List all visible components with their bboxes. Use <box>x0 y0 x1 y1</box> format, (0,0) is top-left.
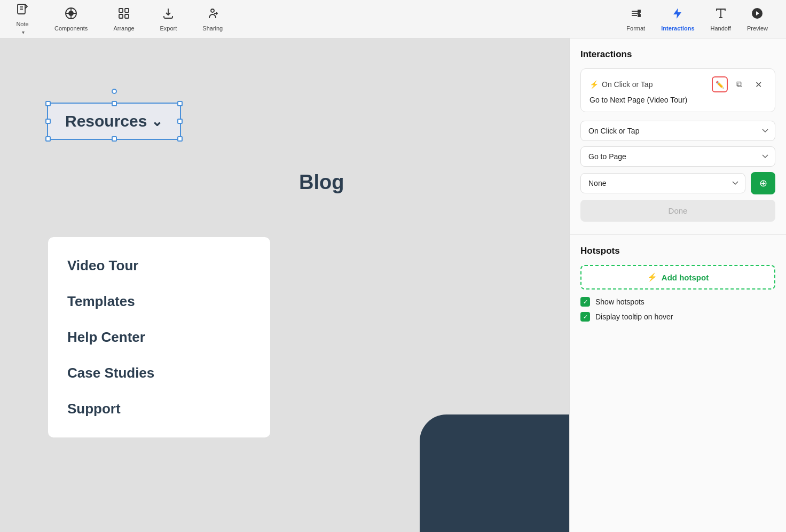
interaction-trigger: ⚡ On Click or Tap <box>590 80 653 89</box>
interaction-card: ⚡ On Click or Tap ✏️ ⧉ ✕ <box>580 68 775 112</box>
hotspots-section: Hotspots ⚡ Add hotspot ✓ Show hotspots ✓… <box>570 246 786 338</box>
format-label: Format <box>626 25 645 32</box>
svg-rect-8 <box>125 14 129 18</box>
toolbar-item-components[interactable]: Components <box>49 4 93 35</box>
resize-handle-mr[interactable] <box>177 119 183 124</box>
toolbar: Note ▾ Components <box>0 0 786 38</box>
preview-icon <box>751 7 764 23</box>
card-actions: ✏️ ⧉ ✕ <box>712 76 766 92</box>
resources-label: Resources <box>65 112 147 130</box>
toolbar-item-note[interactable]: Note ▾ <box>11 0 34 38</box>
close-icon: ✕ <box>755 80 762 90</box>
main-layout: Resources ⌄ Blog Video Tour Templates He… <box>0 38 786 532</box>
toolbar-item-export[interactable]: Export <box>155 4 183 35</box>
arrange-label: Arrange <box>113 25 134 32</box>
show-hotspots-row: ✓ Show hotspots <box>580 297 775 307</box>
handoff-icon <box>714 7 727 23</box>
lightning-add-icon: ⚡ <box>647 272 657 282</box>
pencil-icon: ✏️ <box>716 81 724 89</box>
note-icon <box>16 3 29 19</box>
resize-handle-tl[interactable] <box>45 101 51 106</box>
show-hotspots-checkbox[interactable]: ✓ <box>580 297 590 307</box>
toolbar-item-interactions[interactable]: Interactions <box>654 4 702 35</box>
action-dropdown-row: Go to Page Go to URL Go to Next Page Go … <box>580 146 775 167</box>
display-tooltip-row: ✓ Display tooltip on hover <box>580 312 775 322</box>
resize-handle-tm[interactable] <box>112 101 117 106</box>
menu-item-templates[interactable]: Templates <box>48 284 270 319</box>
trigger-select[interactable]: On Click or Tap On Hover On Mouse Enter … <box>580 121 775 141</box>
copy-icon: ⧉ <box>736 80 742 89</box>
menu-item-help-center[interactable]: Help Center <box>48 319 270 355</box>
show-hotspots-label: Show hotspots <box>595 298 644 306</box>
toolbar-item-sharing[interactable]: Sharing <box>197 4 228 35</box>
svg-point-9 <box>211 9 214 12</box>
components-icon <box>65 7 77 23</box>
trigger-dropdown-row: On Click or Tap On Hover On Mouse Enter … <box>580 121 775 141</box>
note-chevron: ▾ <box>22 29 25 35</box>
toolbar-item-preview[interactable]: Preview <box>740 4 775 35</box>
format-icon <box>630 7 642 23</box>
interactions-panel-section: Interactions ⚡ On Click or Tap ✏️ ⧉ <box>570 38 786 232</box>
svg-point-4 <box>69 11 73 15</box>
resize-handle-br[interactable] <box>177 136 183 142</box>
menu-item-support[interactable]: Support <box>48 391 270 427</box>
toolbar-item-format[interactable]: Format <box>619 4 653 35</box>
panel-interactions-title: Interactions <box>580 49 775 60</box>
toolbar-right: Format Interactions Handoff <box>619 4 775 35</box>
add-hotspot-button[interactable]: ⚡ Add hotspot <box>580 265 775 290</box>
panel-hotspots-title: Hotspots <box>580 246 775 256</box>
interaction-card-header: ⚡ On Click or Tap ✏️ ⧉ ✕ <box>590 76 766 92</box>
menu-item-video-tour[interactable]: Video Tour <box>48 248 270 284</box>
resources-text: Resources ⌄ <box>65 112 163 130</box>
resources-element[interactable]: Resources ⌄ <box>47 103 181 140</box>
dropdown-menu: Video Tour Templates Help Center Case St… <box>47 236 271 439</box>
interaction-trigger-label: On Click or Tap <box>602 80 653 89</box>
blog-text: Blog <box>299 171 344 194</box>
arrange-icon <box>117 7 130 23</box>
note-label: Note <box>16 21 28 27</box>
delete-interaction-button[interactable]: ✕ <box>750 76 766 92</box>
canvas[interactable]: Resources ⌄ Blog Video Tour Templates He… <box>0 38 569 532</box>
rotate-handle[interactable] <box>112 89 117 94</box>
interaction-description: Go to Next Page (Video Tour) <box>590 96 766 104</box>
right-panel: Interactions ⚡ On Click or Tap ✏️ ⧉ <box>569 38 786 532</box>
target-row: None Video Tour Templates Help Center ⊕ <box>580 172 775 194</box>
dark-decorative-shape <box>420 414 569 532</box>
target-select[interactable]: None Video Tour Templates Help Center <box>580 173 745 193</box>
crosshair-icon: ⊕ <box>759 177 767 189</box>
svg-rect-7 <box>119 14 123 18</box>
interactions-icon <box>671 7 684 23</box>
action-select[interactable]: Go to Page Go to URL Go to Next Page Go … <box>580 146 775 167</box>
resize-handle-bm[interactable] <box>112 136 117 142</box>
export-label: Export <box>160 25 177 32</box>
interactions-label: Interactions <box>661 25 694 32</box>
copy-interaction-button[interactable]: ⧉ <box>731 76 747 92</box>
display-tooltip-checkbox[interactable]: ✓ <box>580 312 590 322</box>
edit-interaction-button[interactable]: ✏️ <box>712 76 728 92</box>
menu-item-case-studies[interactable]: Case Studies <box>48 355 270 391</box>
target-picker-button[interactable]: ⊕ <box>751 172 775 194</box>
toolbar-item-handoff[interactable]: Handoff <box>703 4 738 35</box>
svg-rect-6 <box>125 9 129 12</box>
sharing-label: Sharing <box>202 25 223 32</box>
resize-handle-tr[interactable] <box>177 101 183 106</box>
handoff-label: Handoff <box>711 25 731 32</box>
add-hotspot-label: Add hotspot <box>662 273 709 282</box>
svg-rect-5 <box>119 9 123 12</box>
resources-dropdown-icon: ⌄ <box>151 113 163 130</box>
components-label: Components <box>54 25 88 32</box>
resize-handle-ml[interactable] <box>45 119 51 124</box>
lightning-icon: ⚡ <box>590 80 599 89</box>
section-divider <box>570 234 786 235</box>
export-icon <box>162 7 175 23</box>
toolbar-left: Note ▾ Components <box>11 0 619 38</box>
toolbar-item-arrange[interactable]: Arrange <box>108 4 139 35</box>
done-button[interactable]: Done <box>580 200 775 222</box>
sharing-icon <box>206 7 219 23</box>
preview-label: Preview <box>747 25 768 32</box>
display-tooltip-label: Display tooltip on hover <box>595 312 673 321</box>
resize-handle-bl[interactable] <box>45 136 51 142</box>
